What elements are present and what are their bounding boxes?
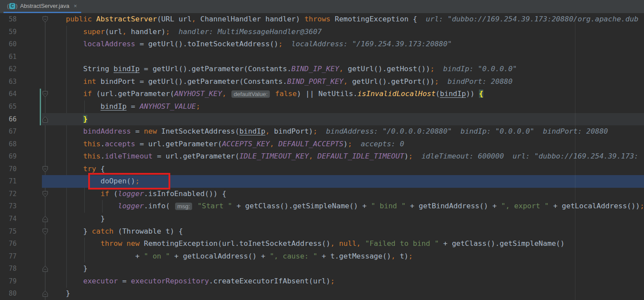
line-number[interactable]: 73 [0,200,19,213]
code-line-content[interactable]: } [48,262,644,275]
code-line[interactable]: 72 if (logger.isInfoEnabled()) { [0,188,644,200]
code-line[interactable]: 80 } [0,287,644,300]
code-line-content[interactable]: } [48,287,644,300]
code-line-content[interactable]: this.idleTimeout = url.getParameter(IDLE… [48,150,644,163]
gutter-icon-slot[interactable] [19,100,42,113]
line-number[interactable]: 79 [0,275,19,288]
code-line[interactable]: 60 localAddress = getUrl().toInetSocketA… [0,38,644,51]
code-line-content[interactable]: bindIp = ANYHOST_VALUE; [48,100,644,113]
gutter-icon-slot[interactable] [19,26,42,38]
code-line-content[interactable]: super(url, handler); handler: MultiMessa… [48,26,644,38]
code-line-content[interactable]: int bindPort = getUrl().getParameter(Con… [48,76,644,88]
gutter-icon-slot[interactable] [19,51,42,63]
gutter-icon-slot[interactable] [19,188,42,200]
code-line[interactable]: 75 } catch (Throwable t) { [0,225,644,238]
code-line[interactable]: 69 this.idleTimeout = url.getParameter(I… [0,150,644,163]
code-line[interactable]: 63 int bindPort = getUrl().getParameter(… [0,76,644,88]
code-editor[interactable]: 58 public AbstractServer(URL url, Channe… [0,13,644,300]
fold-close-icon[interactable] [42,287,48,300]
line-number[interactable]: 63 [0,76,19,88]
fold-open-icon[interactable] [42,163,48,176]
fold-open-icon[interactable] [42,13,48,26]
code-line[interactable]: 79 executor = executorRepository.createE… [0,275,644,288]
line-number[interactable]: 67 [0,125,19,138]
code-line-content[interactable]: public AbstractServer(URL url, ChannelHa… [48,13,644,26]
line-number[interactable]: 59 [0,26,19,38]
code-line[interactable]: 67 bindAddress = new InetSocketAddress(b… [0,125,644,138]
gutter-icon-slot[interactable] [19,213,42,225]
gutter-icon-slot[interactable] [19,13,42,26]
code-line[interactable]: 71✓ doOpen(); [0,175,644,188]
fold-close-icon[interactable] [42,262,48,275]
code-line[interactable]: 70 try { [0,163,644,176]
code-line-content[interactable]: } [48,213,644,225]
code-line[interactable]: 61 [0,51,644,63]
line-number[interactable]: 74 [0,213,19,225]
line-number[interactable]: 77 [0,250,19,263]
code-line[interactable]: 78 } [0,262,644,275]
gutter-icon-slot[interactable] [19,275,42,288]
code-line[interactable]: 59 super(url, handler); handler: MultiMe… [0,26,644,38]
line-number[interactable]: 68 [0,138,19,151]
gutter-icon-slot[interactable] [19,238,42,250]
fold-open-icon[interactable] [42,225,48,238]
code-line-content[interactable]: if (logger.isInfoEnabled()) { [48,188,644,200]
line-number[interactable]: 60 [0,38,19,51]
code-line-content[interactable]: if (url.getParameter(ANYHOST_KEY, defaul… [48,88,644,100]
code-line[interactable]: 68 this.accepts = url.getParameter(ACCEP… [0,138,644,151]
gutter-icon-slot[interactable] [19,200,42,213]
line-number[interactable]: 80 [0,287,19,300]
code-line[interactable]: 76 throw new RemotingException(url.toIne… [0,238,644,250]
code-line-content[interactable]: } catch (Throwable t) { [48,225,644,238]
code-line[interactable]: 74 } [0,213,644,225]
line-number[interactable]: 61 [0,51,19,63]
fold-open-icon[interactable] [42,88,48,100]
line-number[interactable]: 66 [0,113,19,126]
fold-close-icon[interactable] [42,113,48,126]
fold-close-icon[interactable] [42,213,48,225]
code-line[interactable]: 62 String bindIp = getUrl().getParameter… [0,63,644,76]
gutter-icon-slot[interactable] [19,63,42,76]
code-line[interactable]: 64 if (url.getParameter(ANYHOST_KEY, def… [0,88,644,100]
code-line[interactable]: 73 logger.info( msg: "Start " + getClass… [0,200,644,213]
gutter-icon-slot[interactable] [19,287,42,300]
code-line-content[interactable]: localAddress = getUrl().toInetSocketAddr… [48,38,644,51]
code-line-content[interactable]: } [48,113,644,126]
code-line-content[interactable]: try { [48,163,644,176]
code-line-content[interactable]: executor = executorRepository.createExec… [48,275,644,288]
gutter-icon-slot[interactable] [19,262,42,275]
fold-open-icon[interactable] [42,188,48,200]
tab-close-icon[interactable]: × [74,3,77,9]
line-number[interactable]: 78 [0,262,19,275]
code-line[interactable]: 58 public AbstractServer(URL url, Channe… [0,13,644,26]
code-line[interactable]: 65 bindIp = ANYHOST_VALUE; [0,100,644,113]
gutter-icon-slot[interactable]: ✓ [19,175,42,188]
code-line-content[interactable]: doOpen(); [48,175,644,188]
line-number[interactable]: 71 [0,175,19,188]
code-line-content[interactable]: throw new RemotingException(url.toInetSo… [48,238,644,250]
code-line-content[interactable]: String bindIp = getUrl().getParameter(Co… [48,63,644,76]
line-number[interactable]: 76 [0,238,19,250]
line-number[interactable]: 75 [0,225,19,238]
code-line-content[interactable] [48,51,644,63]
line-number[interactable]: 62 [0,63,19,76]
line-number[interactable]: 65 [0,100,19,113]
code-line[interactable]: 66 } [0,113,644,126]
code-line-content[interactable]: bindAddress = new InetSocketAddress(bind… [48,125,644,138]
gutter-icon-slot[interactable] [19,38,42,51]
gutter-icon-slot[interactable] [19,88,42,100]
gutter-icon-slot[interactable] [19,150,42,163]
code-line-content[interactable]: this.accepts = url.getParameter(ACCEPTS_… [48,138,644,151]
gutter-icon-slot[interactable] [19,163,42,176]
line-number[interactable]: 69 [0,150,19,163]
line-number[interactable]: 64 [0,88,19,100]
line-number[interactable]: 72 [0,188,19,200]
gutter-icon-slot[interactable] [19,76,42,88]
gutter-icon-slot[interactable] [19,138,42,151]
gutter-icon-slot[interactable] [19,225,42,238]
line-number[interactable]: 70 [0,163,19,176]
gutter-icon-slot[interactable] [19,113,42,126]
code-line-content[interactable]: logger.info( msg: "Start " + getClass().… [48,200,644,213]
gutter-icon-slot[interactable] [19,250,42,263]
tab-abstractserver-java[interactable]: ( C ) AbstractServer.java × [3,0,81,13]
